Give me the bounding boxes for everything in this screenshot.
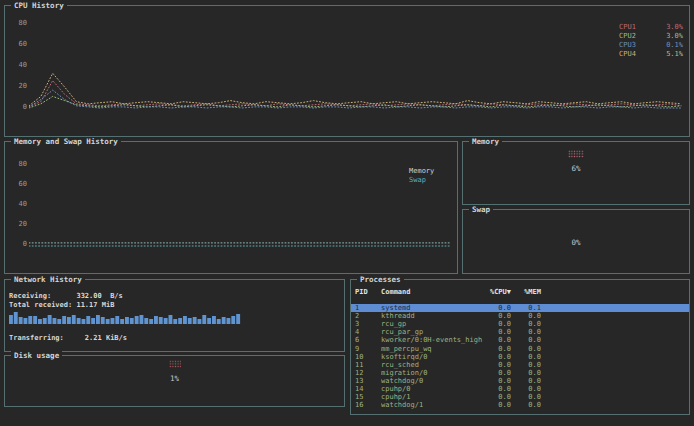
cell-pid: 16: [355, 401, 381, 409]
cell-pid: 9: [355, 345, 381, 353]
ytick-label: 80: [11, 19, 27, 27]
cpu-yaxis: 806040200: [11, 19, 27, 111]
ytick-label: 0: [11, 240, 27, 248]
process-row[interactable]: 3rcu_gp0.00.0: [351, 320, 689, 328]
legend-item-cpu3: CPU30.1%: [619, 41, 683, 50]
processes-header-row: PID Command %CPU▼ %MEM: [351, 288, 689, 296]
sparkline-bar: [19, 317, 23, 324]
process-row[interactable]: 12migration/00.00.0: [351, 369, 689, 377]
legend-name: CPU3: [619, 41, 653, 50]
process-row[interactable]: 10ksoftirqd/00.00.0: [351, 353, 689, 361]
disk-usage-panel: Disk usage 1%: [4, 355, 345, 407]
cell-pid: 4: [355, 328, 381, 336]
sparkline-bar: [227, 318, 231, 324]
process-row[interactable]: 11rcu_sched0.00.0: [351, 361, 689, 369]
cell-command: mm_percpu_wq: [381, 345, 483, 353]
cell-command: kthreadd: [381, 312, 483, 320]
cell-command: rcu_par_gp: [381, 328, 483, 336]
sparkline-bar: [86, 316, 90, 324]
process-row[interactable]: 4rcu_par_gp0.00.0: [351, 328, 689, 336]
process-row[interactable]: 1systemd0.00.1: [351, 304, 689, 312]
ytick-label: 20: [11, 220, 27, 228]
sparkline-bar: [82, 319, 86, 324]
processes-title: Processes: [357, 275, 404, 284]
sparkline-bar: [236, 314, 240, 324]
cpu-history-title: CPU History: [11, 1, 67, 10]
header-command[interactable]: Command: [381, 288, 483, 296]
sparkline-bar: [43, 318, 47, 324]
header-pid[interactable]: PID: [355, 288, 381, 296]
sparkline-bar: [202, 315, 206, 324]
cell-mem: 0.0: [511, 328, 541, 336]
cell-cpu: 0.0: [483, 377, 511, 385]
cell-pid: 6: [355, 336, 381, 344]
cell-cpu: 0.0: [483, 361, 511, 369]
cell-mem: 0.0: [511, 320, 541, 328]
cell-pid: 2: [355, 312, 381, 320]
system-monitor-screen: CPU History 806040200 CPU13.0%CPU23.0%CP…: [0, 0, 694, 426]
sparkline-bar: [140, 315, 144, 324]
cell-cpu: 0.0: [483, 393, 511, 401]
network-total-received-text: Total received: 11.17 MiB: [9, 301, 114, 310]
cell-command: ksoftirqd/0: [381, 353, 483, 361]
ytick-label: 40: [11, 200, 27, 208]
process-row[interactable]: 6kworker/0:0H-events_high0.00.0: [351, 336, 689, 344]
process-row[interactable]: 16watchdog/10.00.0: [351, 401, 689, 409]
cell-command: watchdog/1: [381, 401, 483, 409]
process-row[interactable]: 2kthreadd0.00.0: [351, 312, 689, 320]
header-cpu-sort[interactable]: %CPU▼: [483, 288, 511, 296]
process-row[interactable]: 9mm_percpu_wq0.00.0: [351, 345, 689, 353]
process-row[interactable]: 14cpuhp/00.00.0: [351, 385, 689, 393]
cell-command: migration/0: [381, 369, 483, 377]
header-mem[interactable]: %MEM: [511, 288, 541, 296]
cell-mem: 0.0: [511, 345, 541, 353]
cell-mem: 0.0: [511, 369, 541, 377]
disk-gauge-percent: 1%: [170, 374, 179, 383]
cell-command: cpuhp/1: [381, 393, 483, 401]
cell-command: rcu_sched: [381, 361, 483, 369]
legend-item-swap: Swap: [409, 176, 443, 185]
sparkline-bar: [217, 319, 221, 324]
disk-gauge-dots: [169, 360, 181, 368]
cell-mem: 0.0: [511, 353, 541, 361]
memory-gauge-title: Memory: [469, 137, 502, 146]
legend-name: CPU1: [619, 23, 653, 32]
memswap-yaxis: 806040200: [11, 160, 27, 248]
cpu-history-panel: CPU History 806040200 CPU13.0%CPU23.0%CP…: [4, 5, 690, 137]
ytick-label: 60: [11, 180, 27, 188]
cell-pid: 3: [355, 320, 381, 328]
legend-name: CPU2: [619, 32, 653, 41]
sparkline-bar: [149, 319, 153, 324]
sparkline-bar: [207, 318, 211, 324]
sparkline-bar: [125, 317, 129, 324]
ytick-label: 20: [11, 82, 27, 90]
cell-cpu: 0.0: [483, 353, 511, 361]
memswap-history-title: Memory and Swap History: [11, 137, 121, 146]
series-cpu1: [29, 81, 681, 107]
legend-item-memory: Memory: [409, 167, 443, 176]
memory-gauge-dots: [568, 150, 584, 158]
sparkline-bar: [173, 319, 177, 324]
sparkline-bar: [91, 318, 95, 324]
sparkline-bar: [135, 316, 139, 324]
cell-command: watchdog/0: [381, 377, 483, 385]
sparkline-bar: [212, 316, 216, 324]
cell-cpu: 0.0: [483, 385, 511, 393]
sparkline-bar: [101, 317, 105, 324]
cell-mem: 0.0: [511, 361, 541, 369]
cell-cpu: 0.0: [483, 401, 511, 409]
cpu-history-chart: [29, 18, 685, 134]
cell-mem: 0.0: [511, 312, 541, 320]
network-receiving-text: Receiving: 332.00 B/s: [9, 292, 123, 301]
sparkline-bar: [120, 319, 124, 324]
sparkline-bar: [9, 315, 13, 324]
process-row[interactable]: 13watchdog/00.00.0: [351, 377, 689, 385]
cell-cpu: 0.0: [483, 312, 511, 320]
cell-cpu: 0.0: [483, 304, 511, 312]
process-row[interactable]: 15cpuhp/10.00.0: [351, 393, 689, 401]
legend-name: Memory: [409, 167, 443, 176]
cell-pid: 1: [355, 304, 381, 312]
processes-panel: Processes PID Command %CPU▼ %MEM 1system…: [350, 279, 690, 415]
sparkline-bar: [77, 318, 81, 324]
sparkline-bar: [48, 315, 52, 324]
